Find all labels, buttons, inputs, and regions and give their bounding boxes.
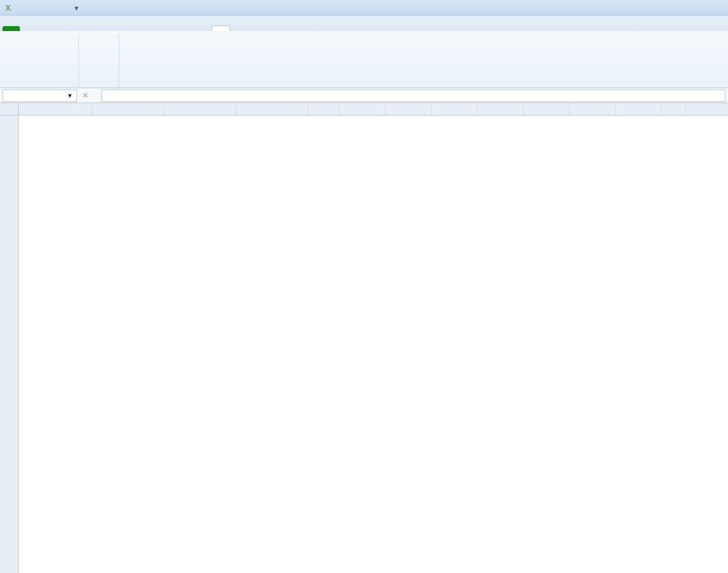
ribbon-tabs (0, 16, 728, 31)
column-headers (19, 103, 728, 116)
tab-developer[interactable] (142, 26, 159, 31)
tab-insert[interactable] (37, 26, 55, 31)
calendar-button[interactable] (11, 34, 39, 57)
quick-access-toolbar: X ▾ (2, 2, 82, 14)
tab-tm-developer[interactable] (194, 26, 211, 31)
grid-area (0, 116, 728, 573)
tab-data[interactable] (90, 26, 107, 31)
col-header-d[interactable] (236, 103, 308, 115)
tab-powerpivot[interactable] (159, 26, 177, 31)
col-header-j[interactable] (523, 103, 569, 115)
tab-view[interactable] (124, 26, 142, 31)
col-header-m[interactable] (661, 103, 686, 115)
reminder-icon (48, 35, 68, 55)
name-box-dropdown-icon[interactable]: ▼ (67, 93, 73, 99)
row-headers (0, 116, 19, 573)
save-icon[interactable] (16, 2, 27, 14)
grid-body[interactable] (19, 116, 728, 573)
camera-icon[interactable] (57, 2, 68, 14)
col-header-c[interactable] (164, 103, 236, 115)
tab-file[interactable] (2, 26, 20, 31)
col-header-k[interactable] (569, 103, 615, 115)
tab-tm[interactable] (211, 25, 230, 31)
formula-input[interactable] (101, 89, 726, 102)
excel-icon: X (2, 2, 14, 14)
title-bar: X ▾ (0, 0, 728, 16)
ribbon-group-pivot (79, 34, 119, 88)
col-header-l[interactable] (615, 103, 661, 115)
tab-formulas[interactable] (72, 26, 90, 31)
create-pivot-dashboard-button[interactable] (85, 34, 113, 57)
calendar-icon (15, 35, 35, 55)
tab-page-layout[interactable] (55, 26, 72, 31)
col-header-h[interactable] (431, 103, 477, 115)
formula-bar: ▼ ✕ (0, 88, 728, 103)
tab-home[interactable] (20, 26, 37, 31)
col-header-b[interactable] (92, 103, 164, 115)
col-header-i[interactable] (477, 103, 523, 115)
column-headers-row (0, 103, 728, 116)
col-header-a[interactable] (19, 103, 92, 115)
col-header-g[interactable] (385, 103, 431, 115)
ribbon-group-calendar (5, 34, 79, 88)
ribbon (0, 31, 728, 88)
tab-team[interactable] (177, 26, 194, 31)
pivot-dashboard-icon (89, 35, 109, 55)
tab-review[interactable] (107, 26, 124, 31)
col-header-f[interactable] (339, 103, 385, 115)
qat-dropdown-icon[interactable]: ▾ (71, 2, 82, 14)
undo-icon[interactable] (30, 2, 41, 14)
name-box[interactable]: ▼ (2, 89, 77, 102)
set-reminder-button[interactable] (45, 34, 72, 57)
col-header-e[interactable] (308, 103, 339, 115)
redo-icon[interactable] (44, 2, 55, 14)
cancel-formula-icon[interactable]: ✕ (80, 91, 91, 100)
select-all-corner[interactable] (0, 103, 19, 116)
